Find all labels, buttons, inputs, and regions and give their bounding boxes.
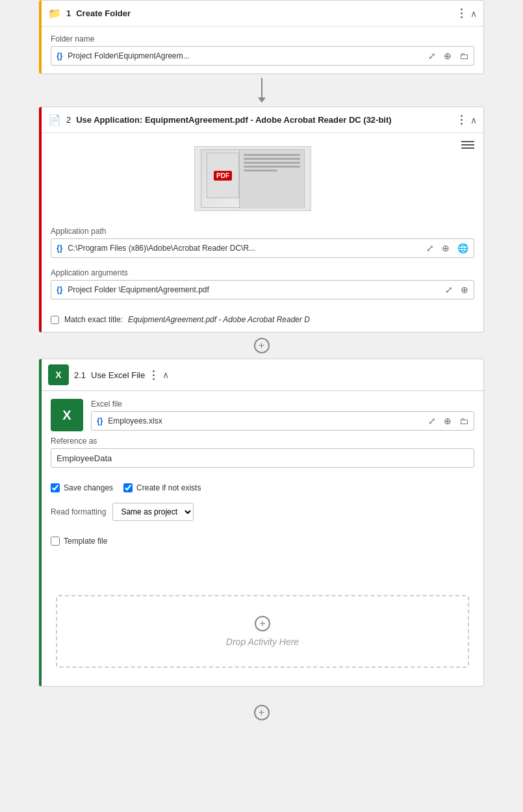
step1-add-button[interactable]: ⊕ bbox=[441, 49, 454, 62]
plus-connector-1[interactable]: + bbox=[39, 333, 484, 359]
match-title-value: EquipmentAgreement.pdf - Adobe Acrobat R… bbox=[128, 315, 310, 324]
checkbox-group: Save changes Create if not exists bbox=[51, 478, 474, 492]
drop-zone-content: + Drop Activity Here bbox=[77, 616, 448, 647]
step2-num: 2 bbox=[66, 115, 71, 125]
step1-browse-button[interactable]: 🗀 bbox=[457, 49, 471, 62]
save-changes-label: Save changes bbox=[64, 483, 113, 492]
app-path-input[interactable]: {} C:\Program Files (x86)\Adobe\Acrobat … bbox=[51, 238, 474, 258]
app-screenshot: PDF bbox=[194, 146, 311, 211]
read-formatting-label: Read formatting bbox=[51, 507, 106, 516]
app-path-value: C:\Program Files (x86)\Adobe\Acrobat Rea… bbox=[68, 244, 421, 253]
create-not-exists-row: Create if not exists bbox=[123, 483, 201, 492]
panel-lines bbox=[240, 150, 304, 177]
app-path-expand-button[interactable]: ⤢ bbox=[424, 242, 437, 255]
panel-line-3 bbox=[244, 162, 300, 164]
reference-input[interactable] bbox=[51, 448, 474, 468]
panel-line-4 bbox=[244, 166, 300, 168]
step2-body: PDF bbox=[42, 133, 483, 332]
step21-card: X 2.1 Use Excel File ∧ X Excel file {} E… bbox=[39, 359, 484, 687]
workflow-container: 📁 1 Create Folder ∧ Folder name {} Proje… bbox=[0, 0, 523, 726]
step1-curly-icon: {} bbox=[54, 51, 65, 60]
step21-num: 2.1 bbox=[74, 370, 86, 380]
excel-file-browse-button[interactable]: 🗀 bbox=[457, 414, 471, 427]
step2-card: 📄 2 Use Application: EquipmentAgreement.… bbox=[39, 107, 484, 333]
template-file-label: Template file bbox=[64, 537, 107, 546]
save-changes-row: Save changes bbox=[51, 483, 113, 492]
drop-zone-plus-circle[interactable]: + bbox=[255, 616, 270, 631]
pdf-thumbnail: PDF bbox=[207, 153, 239, 198]
excel-file-expand-button[interactable]: ⤢ bbox=[426, 414, 439, 427]
arrow-down-1 bbox=[258, 78, 266, 103]
read-formatting-row: Read formatting Same as project bbox=[51, 503, 474, 521]
excel-file-curly-icon: {} bbox=[94, 416, 105, 425]
step1-folder-label: Folder name bbox=[51, 34, 474, 44]
arrow-connector-1 bbox=[39, 74, 484, 107]
app-args-value: Project Folder \EquipmentAgreement.pdf bbox=[68, 285, 440, 294]
app-args-label: Application arguments bbox=[51, 268, 474, 277]
step21-header: X 2.1 Use Excel File ∧ bbox=[42, 359, 483, 391]
step21-body: X Excel file {} Employees.xlsx ⤢ ⊕ 🗀 Ref… bbox=[42, 391, 483, 686]
reference-label: Reference as bbox=[51, 437, 474, 446]
plus-circle-1[interactable]: + bbox=[254, 338, 270, 353]
app-args-add-button[interactable]: ⊕ bbox=[458, 283, 471, 296]
step1-num: 1 bbox=[66, 8, 71, 18]
pdf-icon: 📄 bbox=[48, 114, 61, 126]
step21-title: Use Excel File bbox=[91, 370, 145, 380]
step2-title: Use Application: EquipmentAgreement.pdf … bbox=[76, 115, 453, 125]
screenshot-inner: PDF bbox=[201, 149, 305, 208]
read-formatting-select[interactable]: Same as project bbox=[112, 503, 194, 521]
folder-icon: 📁 bbox=[48, 7, 61, 19]
step1-collapse-button[interactable]: ∧ bbox=[470, 8, 477, 19]
excel-file-value: Employees.xlsx bbox=[108, 416, 423, 425]
template-file-row: Template file bbox=[51, 537, 474, 546]
panel-line-5 bbox=[244, 170, 277, 171]
step1-dots-menu[interactable] bbox=[458, 6, 465, 21]
arrow-head-1 bbox=[258, 97, 266, 103]
excel-file-label: Excel file bbox=[91, 400, 474, 409]
app-args-curly-icon: {} bbox=[54, 285, 65, 294]
step21-excel-icon: X bbox=[48, 364, 69, 385]
app-args-expand-button[interactable]: ⤢ bbox=[442, 283, 455, 296]
drop-zone-label: Drop Activity Here bbox=[226, 637, 299, 647]
create-not-exists-label: Create if not exists bbox=[136, 483, 201, 492]
app-path-curly-icon: {} bbox=[54, 244, 65, 253]
pdf-badge: PDF bbox=[214, 171, 232, 181]
drop-zone[interactable]: + Drop Activity Here bbox=[56, 595, 469, 668]
panel-line-2 bbox=[244, 158, 300, 160]
step2-menu-icon[interactable] bbox=[461, 141, 474, 149]
app-path-label: Application path bbox=[51, 227, 474, 236]
plus-connector-bottom[interactable]: + bbox=[39, 700, 484, 726]
excel-file-icon: X bbox=[51, 399, 83, 431]
match-exact-checkbox[interactable] bbox=[51, 316, 59, 324]
step2-collapse-button[interactable]: ∧ bbox=[470, 115, 477, 125]
app-path-add-button[interactable]: ⊕ bbox=[439, 242, 452, 255]
match-title-label: Match exact title: bbox=[64, 315, 123, 324]
excel-file-input[interactable]: {} Employees.xlsx ⤢ ⊕ 🗀 bbox=[91, 411, 474, 431]
app-args-input[interactable]: {} Project Folder \EquipmentAgreement.pd… bbox=[51, 280, 474, 299]
plus-circle-bottom[interactable]: + bbox=[254, 705, 270, 720]
step1-title: Create Folder bbox=[76, 8, 453, 18]
step2-header: 📄 2 Use Application: EquipmentAgreement.… bbox=[42, 107, 483, 133]
step1-card: 📁 1 Create Folder ∧ Folder name {} Proje… bbox=[39, 0, 484, 74]
step1-expand-button[interactable]: ⤢ bbox=[426, 49, 439, 62]
step21-collapse-button[interactable]: ∧ bbox=[162, 370, 169, 380]
step1-folder-input[interactable]: {} Project Folder\EquipmentAgreem... ⤢ ⊕… bbox=[51, 46, 474, 66]
create-not-exists-checkbox[interactable] bbox=[123, 483, 133, 492]
save-changes-checkbox[interactable] bbox=[51, 483, 60, 492]
acrobat-panel bbox=[239, 150, 304, 209]
panel-line-1 bbox=[244, 154, 300, 156]
app-path-browse-button[interactable]: 🌐 bbox=[455, 242, 471, 255]
step1-header: 📁 1 Create Folder ∧ bbox=[42, 1, 483, 27]
template-file-checkbox[interactable] bbox=[51, 537, 60, 546]
step1-body: Folder name {} Project Folder\EquipmentA… bbox=[42, 27, 483, 73]
match-title-row: Match exact title: EquipmentAgreement.pd… bbox=[51, 315, 474, 324]
excel-file-add-button[interactable]: ⊕ bbox=[441, 414, 454, 427]
arrow-line-1 bbox=[261, 78, 262, 97]
step2-dots-menu[interactable] bbox=[458, 112, 465, 127]
step21-dots-menu[interactable] bbox=[150, 368, 157, 383]
step1-folder-value: Project Folder\EquipmentAgreem... bbox=[68, 51, 423, 60]
